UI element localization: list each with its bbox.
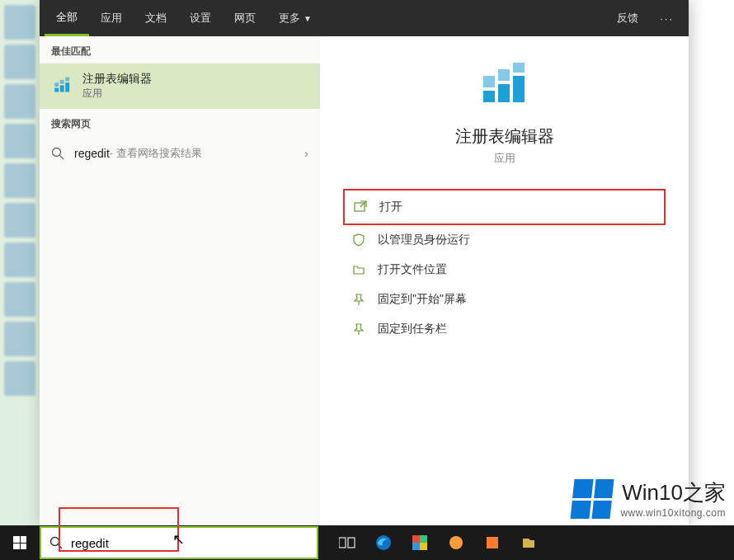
tab-apps[interactable]: 应用 — [89, 0, 134, 36]
desktop-shortcut[interactable] — [4, 45, 35, 79]
search-icon — [49, 536, 63, 549]
section-search-web: 搜索网页 — [40, 109, 320, 136]
desktop-shortcut[interactable] — [4, 5, 35, 40]
web-search-result[interactable]: regedit - 查看网络搜索结果 › — [40, 136, 320, 171]
svg-rect-3 — [54, 82, 59, 87]
chevron-down-icon: ▼ — [303, 14, 312, 23]
action-pin-start[interactable]: 固定到"开始"屏幕 — [343, 285, 666, 314]
tab-settings[interactable]: 设置 — [178, 0, 223, 36]
action-pin-taskbar[interactable]: 固定到任务栏 — [343, 314, 666, 344]
edge-browser-icon[interactable] — [374, 534, 393, 552]
desktop-background — [0, 0, 40, 525]
desktop-shortcut[interactable] — [4, 203, 35, 238]
action-admin-label: 以管理员身份运行 — [378, 233, 470, 247]
svg-rect-25 — [487, 537, 498, 548]
app-icon[interactable] — [520, 534, 538, 552]
app-icon[interactable] — [447, 534, 465, 552]
best-match-text: 注册表编辑器 应用 — [82, 72, 152, 101]
desktop-shortcut[interactable] — [4, 84, 35, 119]
svg-rect-1 — [60, 85, 64, 92]
svg-rect-5 — [65, 77, 69, 81]
svg-rect-10 — [513, 76, 525, 102]
svg-rect-12 — [498, 69, 510, 81]
watermark-brand: Win10之家 — [620, 478, 726, 507]
action-run-as-admin[interactable]: 以管理员身份运行 — [343, 225, 666, 255]
action-open[interactable]: 打开 — [343, 189, 666, 225]
detail-title: 注册表编辑器 — [343, 125, 666, 148]
svg-rect-18 — [348, 538, 355, 548]
pin-icon — [351, 322, 366, 336]
open-icon — [353, 200, 368, 214]
web-term: regedit — [74, 147, 110, 160]
svg-rect-17 — [339, 538, 346, 548]
watermark-url: www.win10xitong.com — [620, 507, 726, 519]
svg-point-6 — [53, 148, 61, 157]
feedback-link[interactable]: 反馈 — [605, 11, 650, 26]
section-best-match: 最佳匹配 — [40, 36, 320, 64]
best-match-title: 注册表编辑器 — [82, 72, 152, 87]
desktop-shortcut[interactable] — [4, 322, 35, 356]
action-open-label: 打开 — [379, 200, 402, 214]
tab-more[interactable]: 更多 ▼ — [267, 0, 323, 36]
svg-rect-13 — [513, 63, 525, 73]
svg-rect-8 — [483, 91, 495, 102]
desktop-shortcut[interactable] — [4, 163, 35, 198]
more-menu-icon[interactable]: ··· — [650, 12, 684, 25]
detail-actions: 打开 以管理员身份运行 打开文件位置 — [343, 189, 666, 344]
pin-icon — [351, 292, 366, 307]
action-pin-taskbar-label: 固定到任务栏 — [378, 322, 447, 336]
regedit-icon — [51, 75, 74, 98]
best-match-subtitle: 应用 — [82, 87, 152, 101]
svg-rect-11 — [483, 76, 495, 87]
detail-subtitle: 应用 — [343, 151, 666, 166]
app-icon[interactable] — [483, 534, 501, 552]
windows-logo-icon — [13, 536, 26, 549]
search-filter-bar: 全部 应用 文档 设置 网页 更多 ▼ 反馈 ··· — [40, 0, 689, 36]
search-input[interactable] — [71, 536, 308, 550]
svg-line-16 — [59, 545, 63, 549]
folder-icon — [351, 262, 366, 277]
svg-rect-4 — [60, 79, 64, 83]
svg-point-24 — [449, 536, 463, 549]
desktop-shortcut[interactable] — [4, 282, 35, 317]
desktop-icons — [4, 0, 35, 401]
svg-rect-0 — [54, 87, 59, 92]
windows-logo-icon — [570, 479, 614, 519]
action-open-location[interactable]: 打开文件位置 — [343, 255, 666, 285]
watermark: Win10之家 www.win10xitong.com — [572, 478, 726, 519]
tab-all[interactable]: 全部 — [45, 0, 89, 36]
svg-rect-20 — [412, 535, 420, 543]
svg-rect-9 — [498, 84, 510, 102]
tab-web[interactable]: 网页 — [223, 0, 267, 36]
desktop-shortcut[interactable] — [4, 361, 35, 396]
svg-rect-2 — [65, 82, 69, 92]
admin-shield-icon — [351, 233, 366, 247]
taskbar — [0, 525, 734, 560]
desktop-shortcut[interactable] — [4, 242, 35, 277]
action-pin-start-label: 固定到"开始"屏幕 — [378, 292, 467, 307]
start-button[interactable] — [0, 525, 40, 560]
search-body: 最佳匹配 注册表编辑器 应用 搜索网页 regedit - 查看网络搜索结果 › — [40, 36, 689, 525]
search-icon — [51, 147, 64, 160]
svg-line-7 — [60, 156, 64, 160]
best-match-result[interactable]: 注册表编辑器 应用 — [40, 64, 320, 109]
taskbar-search-box[interactable] — [40, 526, 318, 559]
chevron-right-icon: › — [304, 147, 308, 160]
action-location-label: 打开文件位置 — [378, 262, 447, 277]
svg-rect-21 — [420, 535, 427, 543]
svg-rect-22 — [412, 543, 420, 550]
detail-column: 注册表编辑器 应用 打开 以管理员身份运行 — [320, 36, 689, 525]
tab-documents[interactable]: 文档 — [134, 0, 178, 36]
desktop-shortcut[interactable] — [4, 124, 35, 158]
app-icon[interactable] — [411, 534, 429, 552]
web-hint: - 查看网络搜索结果 — [110, 146, 202, 161]
tab-more-label: 更多 — [279, 11, 300, 26]
search-panel: 全部 应用 文档 设置 网页 更多 ▼ 反馈 ··· 最佳匹配 注册表编辑器 应… — [40, 0, 689, 525]
results-column: 最佳匹配 注册表编辑器 应用 搜索网页 regedit - 查看网络搜索结果 › — [40, 36, 320, 525]
svg-rect-23 — [420, 543, 427, 550]
task-view-icon[interactable] — [338, 534, 356, 552]
svg-point-15 — [51, 538, 59, 546]
detail-app-icon — [343, 61, 666, 114]
